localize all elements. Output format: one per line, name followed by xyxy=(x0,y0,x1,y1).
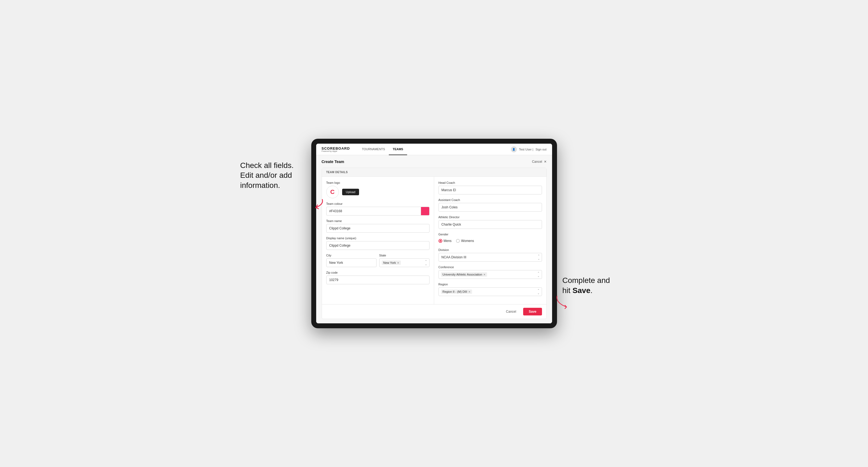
city-input[interactable] xyxy=(326,258,376,267)
assistant-coach-input[interactable] xyxy=(438,203,542,212)
cancel-button[interactable]: Cancel xyxy=(502,308,520,315)
state-select-wrapper[interactable]: New York ✕ ⌃⌄ xyxy=(379,258,430,267)
athletic-director-label: Athletic Director xyxy=(438,216,542,219)
nav-items: TOURNAMENTS TEAMS xyxy=(358,144,510,155)
team-name-field: Team name xyxy=(326,219,430,233)
annotation-right-bold: Save xyxy=(572,286,590,295)
conference-tag-remove-icon[interactable]: ✕ xyxy=(483,273,486,276)
create-team-form: TEAM DETAILS Team logo C xyxy=(322,168,547,319)
gender-womens-radio[interactable] xyxy=(456,239,460,243)
region-label: Region xyxy=(438,283,542,286)
zip-label: Zip code xyxy=(326,271,430,274)
team-colour-label: Team colour xyxy=(326,202,430,206)
display-name-input[interactable] xyxy=(326,241,430,250)
team-name-label: Team name xyxy=(326,219,430,223)
team-logo-field: Team logo C Upload xyxy=(326,181,430,198)
head-coach-input[interactable] xyxy=(438,186,542,194)
state-field: State New York ✕ ⌃⌄ xyxy=(379,254,430,267)
annotation-left-line3: information. xyxy=(240,181,280,190)
logo-letter: C xyxy=(330,188,335,195)
team-colour-input[interactable] xyxy=(326,207,421,216)
athletic-director-input[interactable] xyxy=(438,220,542,229)
division-select[interactable]: NCAA Division III xyxy=(438,253,542,261)
nav-item-tournaments[interactable]: TOURNAMENTS xyxy=(358,144,389,155)
outer-wrapper: Check all fields. Edit and/or add inform… xyxy=(311,139,557,328)
annotation-right-line1: Complete and xyxy=(562,276,610,285)
city-field: City xyxy=(326,254,376,267)
conference-select-wrapper[interactable]: University Athletic Association ✕ ⌃⌄ xyxy=(438,270,542,279)
zip-code-field: Zip code xyxy=(326,271,430,284)
annotation-left-line2: Edit and/or add xyxy=(240,171,292,180)
page-title-bar: Create Team Cancel ✕ xyxy=(322,159,547,164)
nav-right: 👤 Test User | Sign out xyxy=(511,146,547,152)
form-left-col: Team logo C Upload Team colo xyxy=(322,177,434,304)
annotation-right: Complete and hit Save. xyxy=(562,276,628,295)
division-field: Division NCAA Division III ⌃⌄ xyxy=(438,248,542,261)
region-select-wrapper[interactable]: Region II - (M) DIII ✕ ⌃⌄ xyxy=(438,287,542,296)
state-tag-value: New York xyxy=(383,261,396,264)
city-state-row: City State New York ✕ xyxy=(326,254,430,271)
region-tag-value: Region II - (M) DIII xyxy=(443,290,467,293)
logo-area: SCOREBOARD Powered by clippd xyxy=(322,146,350,152)
gender-mens-label: Mens xyxy=(444,239,452,243)
athletic-director-field: Athletic Director xyxy=(438,216,542,229)
conference-tag-value: University Athletic Association xyxy=(443,273,483,276)
assistant-coach-field: Assistant Coach xyxy=(438,198,542,212)
region-dropdown-icon: ⌃⌄ xyxy=(537,289,539,295)
region-tag-remove-icon[interactable]: ✕ xyxy=(468,290,470,293)
team-name-input[interactable] xyxy=(326,224,430,233)
close-icon: ✕ xyxy=(544,160,547,164)
gender-field: Gender Mens xyxy=(438,233,542,244)
conference-tag: University Athletic Association ✕ xyxy=(441,272,487,277)
nav-bar: SCOREBOARD Powered by clippd TOURNAMENTS… xyxy=(316,144,552,155)
state-label: State xyxy=(379,254,430,257)
arrow-left-icon xyxy=(306,197,326,211)
arrow-right-icon xyxy=(553,293,575,310)
gender-mens-option[interactable]: Mens xyxy=(438,239,452,243)
display-name-label: Display name (unique) xyxy=(326,237,430,240)
region-tag: Region II - (M) DIII ✕ xyxy=(441,289,472,294)
state-dropdown-icon: ⌃⌄ xyxy=(425,260,427,266)
division-label: Division xyxy=(438,248,542,251)
assistant-coach-label: Assistant Coach xyxy=(438,198,542,201)
head-coach-field: Head Coach xyxy=(438,181,542,194)
logo-circle: C xyxy=(326,186,339,198)
user-avatar: 👤 xyxy=(511,146,517,152)
form-footer: Cancel Save xyxy=(322,304,546,319)
annotation-left-line1: Check all fields. xyxy=(240,161,294,169)
save-button[interactable]: Save xyxy=(523,308,542,315)
nav-user-label: Test User | xyxy=(519,148,533,151)
color-swatch[interactable] xyxy=(421,207,430,216)
app-logo: SCOREBOARD xyxy=(322,146,350,151)
division-select-wrapper: NCAA Division III ⌃⌄ xyxy=(438,253,542,261)
logo-upload-area: C Upload xyxy=(326,186,430,198)
head-coach-label: Head Coach xyxy=(438,181,542,184)
state-tag-remove-icon[interactable]: ✕ xyxy=(397,261,399,264)
app-logo-sub: Powered by clippd xyxy=(322,150,350,152)
display-name-field: Display name (unique) xyxy=(326,237,430,250)
sign-out-link[interactable]: Sign out xyxy=(535,148,546,151)
cancel-close-button[interactable]: Cancel ✕ xyxy=(532,160,546,164)
form-body: Team logo C Upload Team colo xyxy=(322,177,546,304)
annotation-left: Check all fields. Edit and/or add inform… xyxy=(240,161,306,190)
team-details-section-header: TEAM DETAILS xyxy=(322,168,546,177)
team-logo-label: Team logo xyxy=(326,181,430,184)
conference-field: Conference University Athletic Associati… xyxy=(438,266,542,279)
zip-input[interactable] xyxy=(326,276,430,284)
nav-item-teams[interactable]: TEAMS xyxy=(389,144,407,155)
form-right-col: Head Coach Assistant Coach Athletic Dire… xyxy=(434,177,546,304)
color-input-row xyxy=(326,207,430,216)
gender-label: Gender xyxy=(438,233,542,236)
gender-mens-radio[interactable] xyxy=(438,239,442,243)
page-title: Create Team xyxy=(322,159,344,164)
state-tag: New York ✕ xyxy=(382,260,401,265)
page-content: Create Team Cancel ✕ TEAM DETAILS xyxy=(316,155,552,323)
upload-logo-button[interactable]: Upload xyxy=(342,189,359,195)
gender-womens-option[interactable]: Womens xyxy=(456,239,474,243)
tablet-screen: SCOREBOARD Powered by clippd TOURNAMENTS… xyxy=(316,144,552,323)
gender-row: Mens Womens xyxy=(438,237,542,244)
gender-womens-label: Womens xyxy=(461,239,474,243)
avatar-icon: 👤 xyxy=(512,148,515,151)
conference-dropdown-icon: ⌃⌄ xyxy=(537,272,539,277)
team-colour-field: Team colour xyxy=(326,202,430,216)
